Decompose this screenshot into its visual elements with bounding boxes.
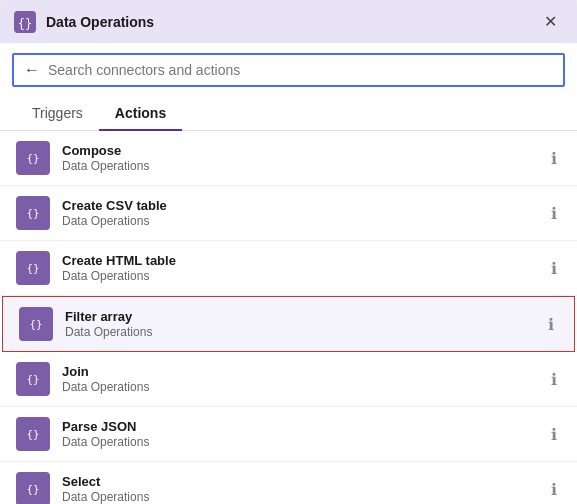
action-icon-create-html: {} — [16, 251, 50, 285]
action-sub-join: Data Operations — [62, 380, 535, 394]
action-item-parse-json[interactable]: {} Parse JSON Data Operations ℹ — [0, 407, 577, 462]
action-item-create-csv[interactable]: {} Create CSV table Data Operations ℹ — [0, 186, 577, 241]
action-name-create-csv: Create CSV table — [62, 198, 535, 213]
svg-text:{}: {} — [26, 152, 39, 165]
search-bar: ← — [12, 53, 565, 87]
info-button-compose[interactable]: ℹ — [547, 147, 561, 170]
action-text-parse-json: Parse JSON Data Operations — [62, 419, 535, 449]
action-text-join: Join Data Operations — [62, 364, 535, 394]
tabs-bar: Triggers Actions — [0, 97, 577, 131]
info-button-parse-json[interactable]: ℹ — [547, 423, 561, 446]
info-button-filter-array[interactable]: ℹ — [544, 313, 558, 336]
action-name-select: Select — [62, 474, 535, 489]
tab-triggers[interactable]: Triggers — [16, 97, 99, 131]
data-operations-icon: {} — [14, 11, 36, 33]
title-bar: {} Data Operations ✕ — [0, 0, 577, 43]
action-icon-join: {} — [16, 362, 50, 396]
action-name-filter-array: Filter array — [65, 309, 532, 324]
info-button-create-csv[interactable]: ℹ — [547, 202, 561, 225]
action-item-join[interactable]: {} Join Data Operations ℹ — [0, 352, 577, 407]
action-name-compose: Compose — [62, 143, 535, 158]
tab-actions[interactable]: Actions — [99, 97, 182, 131]
info-button-create-html[interactable]: ℹ — [547, 257, 561, 280]
action-icon-select: {} — [16, 472, 50, 504]
svg-text:{}: {} — [26, 262, 39, 275]
action-sub-compose: Data Operations — [62, 159, 535, 173]
action-icon-create-csv: {} — [16, 196, 50, 230]
svg-text:{}: {} — [29, 318, 42, 331]
action-item-create-html[interactable]: {} Create HTML table Data Operations ℹ — [0, 241, 577, 296]
action-icon-compose: {} — [16, 141, 50, 175]
action-text-create-csv: Create CSV table Data Operations — [62, 198, 535, 228]
action-text-filter-array: Filter array Data Operations — [65, 309, 532, 339]
action-sub-parse-json: Data Operations — [62, 435, 535, 449]
action-text-select: Select Data Operations — [62, 474, 535, 504]
action-text-compose: Compose Data Operations — [62, 143, 535, 173]
svg-text:{}: {} — [26, 428, 39, 441]
action-text-create-html: Create HTML table Data Operations — [62, 253, 535, 283]
info-button-select[interactable]: ℹ — [547, 478, 561, 501]
action-sub-filter-array: Data Operations — [65, 325, 532, 339]
action-icon-parse-json: {} — [16, 417, 50, 451]
action-sub-select: Data Operations — [62, 490, 535, 504]
dialog-title: Data Operations — [46, 14, 528, 30]
actions-list: {} Compose Data Operations ℹ {} Create C… — [0, 131, 577, 504]
svg-text:{}: {} — [26, 483, 39, 496]
action-name-create-html: Create HTML table — [62, 253, 535, 268]
action-icon-filter-array: {} — [19, 307, 53, 341]
action-item-filter-array[interactable]: {} Filter array Data Operations ℹ — [2, 296, 575, 352]
svg-text:{}: {} — [18, 15, 32, 29]
back-button[interactable]: ← — [24, 61, 40, 79]
svg-text:{}: {} — [26, 373, 39, 386]
dialog: {} Data Operations ✕ ← Triggers Actions … — [0, 0, 577, 504]
close-button[interactable]: ✕ — [538, 10, 563, 33]
search-input[interactable] — [48, 62, 553, 78]
info-button-join[interactable]: ℹ — [547, 368, 561, 391]
svg-text:{}: {} — [26, 207, 39, 220]
action-sub-create-html: Data Operations — [62, 269, 535, 283]
action-name-parse-json: Parse JSON — [62, 419, 535, 434]
action-item-select[interactable]: {} Select Data Operations ℹ — [0, 462, 577, 504]
action-sub-create-csv: Data Operations — [62, 214, 535, 228]
action-name-join: Join — [62, 364, 535, 379]
action-item-compose[interactable]: {} Compose Data Operations ℹ — [0, 131, 577, 186]
